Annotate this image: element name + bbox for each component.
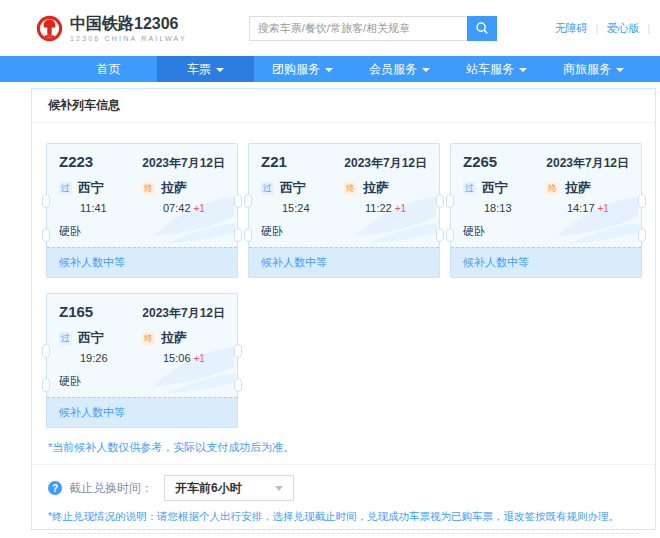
from-station: 西宁 — [78, 329, 104, 347]
question-icon[interactable]: ? — [48, 481, 62, 495]
china-railway-logo-icon — [36, 15, 63, 42]
train-date: 2023年7月12日 — [142, 155, 225, 172]
nav-item-tickets[interactable]: 车票 — [157, 56, 254, 82]
next-day-indicator: +1 — [194, 203, 205, 214]
terminal-badge: 终 — [142, 182, 155, 195]
ticket-notch — [42, 228, 50, 242]
to-station: 拉萨 — [161, 179, 187, 197]
nav-label: 商旅服务 — [563, 61, 611, 78]
caring-version-link[interactable]: 爱心版 — [606, 21, 639, 36]
deadline-selected-value: 开车前6小时 — [175, 480, 242, 497]
search-button[interactable] — [467, 16, 497, 41]
page-header: 中国铁路12306 12306 CHINA RAILWAY 无障碍 | 爱心版 … — [0, 0, 660, 56]
to-station: 拉萨 — [161, 329, 187, 347]
chevron-down-icon — [325, 68, 333, 72]
seat-class: 硬卧 — [59, 224, 225, 239]
train-code: Z21 — [261, 153, 287, 170]
chevron-down-icon — [616, 68, 624, 72]
arrival-time: 07:42 — [163, 202, 191, 214]
chevron-down-icon — [422, 68, 430, 72]
ticket-notch — [436, 194, 444, 208]
seat-class: 硬卧 — [463, 224, 629, 239]
deadline-row: ? 截止兑换时间： 开车前6小时 — [32, 465, 655, 510]
search-input[interactable] — [249, 16, 467, 41]
ticket-notch — [446, 228, 454, 242]
nav-item-member-services[interactable]: 会员服务 — [351, 56, 448, 82]
departure-time: 18:13 — [463, 202, 546, 214]
ticket-notch — [234, 194, 242, 208]
ticket-notch — [638, 228, 646, 242]
waitlist-status[interactable]: 候补人数中等 — [249, 247, 439, 277]
ticket-notch — [638, 194, 646, 208]
waitlist-panel: 候补列车信息 Z223 2023年7月12日 过 — [31, 88, 656, 530]
deadline-label: 截止兑换时间： — [69, 480, 153, 497]
main-nav: 首页 车票 团购服务 会员服务 站车服务 商旅服务 — [0, 56, 660, 82]
next-day-indicator: +1 — [194, 353, 205, 364]
nav-label: 首页 — [97, 61, 121, 78]
pass-badge: 过 — [463, 182, 476, 195]
search-bar — [249, 16, 497, 41]
nav-label: 会员服务 — [369, 61, 417, 78]
nav-item-home[interactable]: 首页 — [60, 56, 157, 82]
nav-label: 站车服务 — [466, 61, 514, 78]
arrival-time: 14:17 — [567, 202, 595, 214]
chevron-down-icon — [519, 68, 527, 72]
train-card: Z21 2023年7月12日 过 西宁 终 拉萨 15:24 11:22+1 — [248, 143, 440, 278]
nav-item-business-travel[interactable]: 商旅服务 — [545, 56, 642, 82]
no-seat-row: ? 是否接受无座： 已开启 — [32, 534, 655, 538]
pass-badge: 过 — [59, 182, 72, 195]
departure-time: 19:26 — [59, 352, 142, 364]
from-station: 西宁 — [78, 179, 104, 197]
departure-time: 15:24 — [261, 202, 344, 214]
ticket-notch — [244, 228, 252, 242]
accessibility-link[interactable]: 无障碍 — [555, 21, 588, 36]
chevron-down-icon — [216, 68, 224, 72]
train-card-grid: Z223 2023年7月12日 过 西宁 终 拉萨 11:41 07:42+1 — [32, 123, 655, 440]
chevron-down-icon — [275, 486, 283, 491]
search-icon — [475, 21, 489, 35]
ticket-notch — [42, 344, 50, 358]
waitlist-status[interactable]: 候补人数中等 — [47, 397, 237, 427]
seat-class: 硬卧 — [261, 224, 427, 239]
nav-item-station-services[interactable]: 站车服务 — [448, 56, 545, 82]
to-station: 拉萨 — [565, 179, 591, 197]
panel-title: 候补列车信息 — [32, 89, 655, 123]
brand-title: 中国铁路12306 — [70, 15, 187, 33]
train-code: Z223 — [59, 153, 93, 170]
ticket-notch — [42, 194, 50, 208]
nav-label: 车票 — [187, 61, 211, 78]
nav-label: 团购服务 — [272, 61, 320, 78]
train-date: 2023年7月12日 — [546, 155, 629, 172]
ticket-notch — [234, 344, 242, 358]
waitlist-status[interactable]: 候补人数中等 — [47, 247, 237, 277]
brand[interactable]: 中国铁路12306 12306 CHINA RAILWAY — [36, 15, 187, 42]
train-code: Z265 — [463, 153, 497, 170]
train-card: Z265 2023年7月12日 过 西宁 终 拉萨 18:13 14:17+1 — [450, 143, 642, 278]
header-links: 无障碍 | 爱心版 | — [555, 21, 650, 36]
ticket-notch — [42, 378, 50, 392]
arrival-time: 15:06 — [163, 352, 191, 364]
deadline-note: *终止兑现情况的说明：请您根据个人出行安排，选择兑现截止时间，兑现成功车票视为已… — [32, 510, 655, 524]
link-separator: | — [647, 23, 650, 34]
terminal-badge: 终 — [142, 332, 155, 345]
ticket-notch — [446, 194, 454, 208]
ticket-notch — [436, 228, 444, 242]
from-station: 西宁 — [280, 179, 306, 197]
departure-time: 11:41 — [59, 202, 142, 214]
deadline-select[interactable]: 开车前6小时 — [164, 475, 294, 501]
train-date: 2023年7月12日 — [142, 305, 225, 322]
ticket-notch — [244, 194, 252, 208]
pass-badge: 过 — [261, 182, 274, 195]
from-station: 西宁 — [482, 179, 508, 197]
train-date: 2023年7月12日 — [344, 155, 427, 172]
arrival-time: 11:22 — [365, 202, 392, 214]
nav-item-group-services[interactable]: 团购服务 — [254, 56, 351, 82]
train-card: Z165 2023年7月12日 过 西宁 终 拉萨 19:26 15:06+1 — [46, 293, 238, 428]
waitlist-status[interactable]: 候补人数中等 — [451, 247, 641, 277]
terminal-badge: 终 — [344, 182, 357, 195]
train-card: Z223 2023年7月12日 过 西宁 终 拉萨 11:41 07:42+1 — [46, 143, 238, 278]
train-code: Z165 — [59, 303, 93, 320]
link-separator: | — [596, 23, 599, 34]
seat-class: 硬卧 — [59, 374, 225, 389]
next-day-indicator: +1 — [395, 203, 406, 214]
